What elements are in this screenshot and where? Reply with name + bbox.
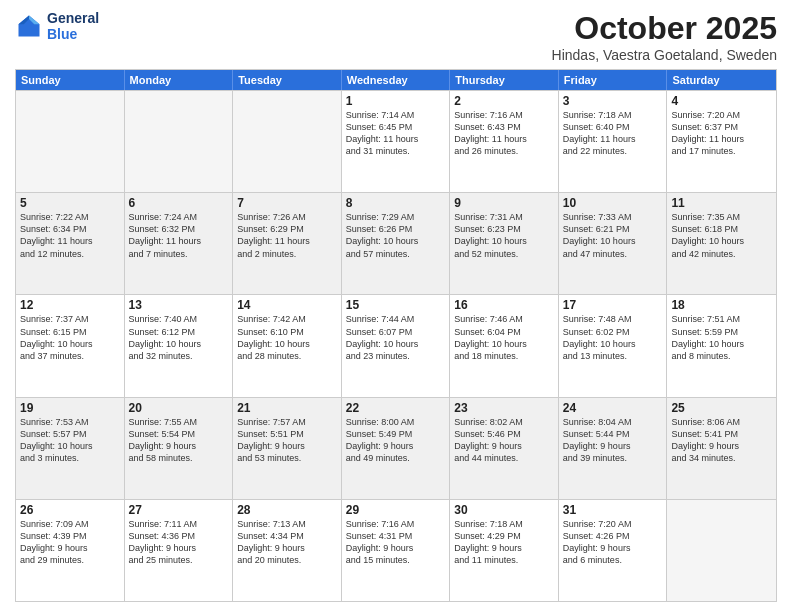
calendar-cell: 21Sunrise: 7:57 AM Sunset: 5:51 PM Dayli… [233, 398, 342, 499]
header-day-thursday: Thursday [450, 70, 559, 90]
calendar-cell: 2Sunrise: 7:16 AM Sunset: 6:43 PM Daylig… [450, 91, 559, 192]
cell-info: Sunrise: 7:53 AM Sunset: 5:57 PM Dayligh… [20, 416, 120, 465]
calendar-cell: 6Sunrise: 7:24 AM Sunset: 6:32 PM Daylig… [125, 193, 234, 294]
calendar-cell: 1Sunrise: 7:14 AM Sunset: 6:45 PM Daylig… [342, 91, 451, 192]
cell-info: Sunrise: 7:40 AM Sunset: 6:12 PM Dayligh… [129, 313, 229, 362]
cell-info: Sunrise: 7:33 AM Sunset: 6:21 PM Dayligh… [563, 211, 663, 260]
calendar-cell: 17Sunrise: 7:48 AM Sunset: 6:02 PM Dayli… [559, 295, 668, 396]
page: General Blue October 2025 Hindas, Vaestr… [0, 0, 792, 612]
header: General Blue October 2025 Hindas, Vaestr… [15, 10, 777, 63]
calendar-cell [233, 91, 342, 192]
calendar-header: SundayMondayTuesdayWednesdayThursdayFrid… [16, 70, 776, 90]
header-day-tuesday: Tuesday [233, 70, 342, 90]
day-number: 12 [20, 298, 120, 312]
day-number: 7 [237, 196, 337, 210]
cell-info: Sunrise: 7:31 AM Sunset: 6:23 PM Dayligh… [454, 211, 554, 260]
cell-info: Sunrise: 7:18 AM Sunset: 6:40 PM Dayligh… [563, 109, 663, 158]
header-day-friday: Friday [559, 70, 668, 90]
calendar-cell: 20Sunrise: 7:55 AM Sunset: 5:54 PM Dayli… [125, 398, 234, 499]
cell-info: Sunrise: 7:11 AM Sunset: 4:36 PM Dayligh… [129, 518, 229, 567]
cell-info: Sunrise: 7:26 AM Sunset: 6:29 PM Dayligh… [237, 211, 337, 260]
calendar-cell: 7Sunrise: 7:26 AM Sunset: 6:29 PM Daylig… [233, 193, 342, 294]
day-number: 11 [671, 196, 772, 210]
logo-icon [15, 12, 43, 40]
calendar-cell: 22Sunrise: 8:00 AM Sunset: 5:49 PM Dayli… [342, 398, 451, 499]
day-number: 30 [454, 503, 554, 517]
calendar-row-1: 1Sunrise: 7:14 AM Sunset: 6:45 PM Daylig… [16, 90, 776, 192]
calendar-row-4: 19Sunrise: 7:53 AM Sunset: 5:57 PM Dayli… [16, 397, 776, 499]
header-day-saturday: Saturday [667, 70, 776, 90]
day-number: 24 [563, 401, 663, 415]
calendar: SundayMondayTuesdayWednesdayThursdayFrid… [15, 69, 777, 602]
calendar-cell: 25Sunrise: 8:06 AM Sunset: 5:41 PM Dayli… [667, 398, 776, 499]
cell-info: Sunrise: 7:51 AM Sunset: 5:59 PM Dayligh… [671, 313, 772, 362]
cell-info: Sunrise: 7:18 AM Sunset: 4:29 PM Dayligh… [454, 518, 554, 567]
day-number: 8 [346, 196, 446, 210]
calendar-body: 1Sunrise: 7:14 AM Sunset: 6:45 PM Daylig… [16, 90, 776, 601]
cell-info: Sunrise: 7:55 AM Sunset: 5:54 PM Dayligh… [129, 416, 229, 465]
calendar-cell: 12Sunrise: 7:37 AM Sunset: 6:15 PM Dayli… [16, 295, 125, 396]
main-title: October 2025 [552, 10, 777, 47]
cell-info: Sunrise: 8:06 AM Sunset: 5:41 PM Dayligh… [671, 416, 772, 465]
cell-info: Sunrise: 7:57 AM Sunset: 5:51 PM Dayligh… [237, 416, 337, 465]
cell-info: Sunrise: 8:02 AM Sunset: 5:46 PM Dayligh… [454, 416, 554, 465]
cell-info: Sunrise: 7:29 AM Sunset: 6:26 PM Dayligh… [346, 211, 446, 260]
cell-info: Sunrise: 7:35 AM Sunset: 6:18 PM Dayligh… [671, 211, 772, 260]
calendar-cell [16, 91, 125, 192]
calendar-cell: 16Sunrise: 7:46 AM Sunset: 6:04 PM Dayli… [450, 295, 559, 396]
subtitle: Hindas, Vaestra Goetaland, Sweden [552, 47, 777, 63]
day-number: 17 [563, 298, 663, 312]
header-day-wednesday: Wednesday [342, 70, 451, 90]
header-day-sunday: Sunday [16, 70, 125, 90]
day-number: 18 [671, 298, 772, 312]
day-number: 15 [346, 298, 446, 312]
calendar-cell: 28Sunrise: 7:13 AM Sunset: 4:34 PM Dayli… [233, 500, 342, 601]
day-number: 1 [346, 94, 446, 108]
day-number: 3 [563, 94, 663, 108]
day-number: 13 [129, 298, 229, 312]
calendar-cell: 30Sunrise: 7:18 AM Sunset: 4:29 PM Dayli… [450, 500, 559, 601]
calendar-cell: 4Sunrise: 7:20 AM Sunset: 6:37 PM Daylig… [667, 91, 776, 192]
day-number: 16 [454, 298, 554, 312]
calendar-cell: 3Sunrise: 7:18 AM Sunset: 6:40 PM Daylig… [559, 91, 668, 192]
cell-info: Sunrise: 7:22 AM Sunset: 6:34 PM Dayligh… [20, 211, 120, 260]
calendar-cell: 24Sunrise: 8:04 AM Sunset: 5:44 PM Dayli… [559, 398, 668, 499]
header-day-monday: Monday [125, 70, 234, 90]
logo-text: General Blue [47, 10, 99, 42]
cell-info: Sunrise: 7:16 AM Sunset: 6:43 PM Dayligh… [454, 109, 554, 158]
day-number: 10 [563, 196, 663, 210]
calendar-cell: 13Sunrise: 7:40 AM Sunset: 6:12 PM Dayli… [125, 295, 234, 396]
calendar-row-2: 5Sunrise: 7:22 AM Sunset: 6:34 PM Daylig… [16, 192, 776, 294]
cell-info: Sunrise: 7:24 AM Sunset: 6:32 PM Dayligh… [129, 211, 229, 260]
cell-info: Sunrise: 8:00 AM Sunset: 5:49 PM Dayligh… [346, 416, 446, 465]
calendar-cell: 27Sunrise: 7:11 AM Sunset: 4:36 PM Dayli… [125, 500, 234, 601]
calendar-cell: 26Sunrise: 7:09 AM Sunset: 4:39 PM Dayli… [16, 500, 125, 601]
cell-info: Sunrise: 7:37 AM Sunset: 6:15 PM Dayligh… [20, 313, 120, 362]
day-number: 9 [454, 196, 554, 210]
calendar-cell: 9Sunrise: 7:31 AM Sunset: 6:23 PM Daylig… [450, 193, 559, 294]
day-number: 14 [237, 298, 337, 312]
calendar-row-5: 26Sunrise: 7:09 AM Sunset: 4:39 PM Dayli… [16, 499, 776, 601]
title-block: October 2025 Hindas, Vaestra Goetaland, … [552, 10, 777, 63]
day-number: 25 [671, 401, 772, 415]
day-number: 29 [346, 503, 446, 517]
calendar-cell: 5Sunrise: 7:22 AM Sunset: 6:34 PM Daylig… [16, 193, 125, 294]
logo: General Blue [15, 10, 99, 42]
day-number: 21 [237, 401, 337, 415]
day-number: 5 [20, 196, 120, 210]
day-number: 2 [454, 94, 554, 108]
day-number: 19 [20, 401, 120, 415]
cell-info: Sunrise: 7:20 AM Sunset: 4:26 PM Dayligh… [563, 518, 663, 567]
day-number: 22 [346, 401, 446, 415]
cell-info: Sunrise: 7:44 AM Sunset: 6:07 PM Dayligh… [346, 313, 446, 362]
day-number: 23 [454, 401, 554, 415]
calendar-cell: 18Sunrise: 7:51 AM Sunset: 5:59 PM Dayli… [667, 295, 776, 396]
day-number: 20 [129, 401, 229, 415]
cell-info: Sunrise: 8:04 AM Sunset: 5:44 PM Dayligh… [563, 416, 663, 465]
day-number: 6 [129, 196, 229, 210]
cell-info: Sunrise: 7:13 AM Sunset: 4:34 PM Dayligh… [237, 518, 337, 567]
calendar-cell: 29Sunrise: 7:16 AM Sunset: 4:31 PM Dayli… [342, 500, 451, 601]
calendar-cell: 15Sunrise: 7:44 AM Sunset: 6:07 PM Dayli… [342, 295, 451, 396]
day-number: 27 [129, 503, 229, 517]
day-number: 31 [563, 503, 663, 517]
